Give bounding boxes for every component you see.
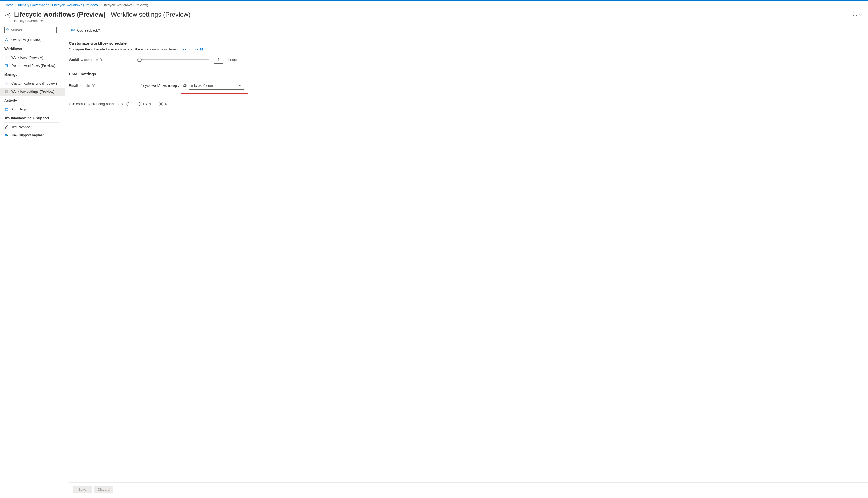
command-bar: Got feedback? bbox=[69, 26, 868, 35]
sidebar-item-label: Troubleshoot bbox=[11, 125, 31, 129]
breadcrumb-identity-governance[interactable]: Identity Governance | Lifecycle workflow… bbox=[18, 3, 98, 7]
schedule-unit: hours bbox=[228, 58, 237, 62]
sidebar-item-label: Custom extensions (Preview) bbox=[11, 81, 57, 86]
svg-point-11 bbox=[71, 29, 72, 30]
slider-thumb[interactable] bbox=[137, 58, 141, 62]
sidebar-item-deleted-workflows[interactable]: Deleted workflows (Preview) bbox=[0, 62, 65, 70]
sidebar: Overview (Preview) Workflows Workflows (… bbox=[0, 26, 65, 497]
search-icon bbox=[6, 28, 10, 31]
branding-label: Use company branding banner logo i bbox=[69, 102, 139, 106]
sidebar-item-workflow-settings[interactable]: Workflow settings (Preview) bbox=[0, 88, 65, 96]
form-row-email-domain: Email domain i lifecycleworkflows-norepl… bbox=[69, 78, 864, 93]
sidebar-section-workflows: Workflows bbox=[0, 44, 65, 52]
radio-label: Yes bbox=[145, 102, 151, 106]
section-sub-schedule: Configure the schedule for execution of … bbox=[69, 47, 864, 51]
collapse-sidebar-button[interactable] bbox=[59, 27, 62, 32]
highlight-annotation: @ microsoft.com bbox=[181, 78, 248, 93]
page-title-main: Lifecycle workflows (Preview) bbox=[14, 11, 106, 18]
sidebar-item-custom-extensions[interactable]: Custom extensions (Preview) bbox=[0, 79, 65, 88]
page-header: Lifecycle workflows (Preview)Workflow se… bbox=[0, 9, 868, 26]
info-icon[interactable]: i bbox=[100, 58, 104, 62]
svg-point-1 bbox=[7, 29, 9, 30]
external-link-icon bbox=[200, 48, 203, 51]
main-content: Got feedback? Customize workflow schedul… bbox=[65, 26, 868, 497]
info-icon[interactable]: i bbox=[92, 84, 95, 87]
svg-rect-4 bbox=[5, 82, 6, 83]
form-row-branding: Use company branding banner logo i Yes N… bbox=[69, 102, 864, 106]
feedback-button[interactable]: Got feedback? bbox=[69, 27, 101, 34]
breadcrumb: Home › Identity Governance | Lifecycle w… bbox=[0, 1, 868, 9]
sidebar-item-workflows[interactable]: Workflows (Preview) bbox=[0, 54, 65, 62]
email-domain-label: Email domain i bbox=[69, 83, 139, 88]
sidebar-item-label: Deleted workflows (Preview) bbox=[11, 64, 55, 68]
radio-circle bbox=[159, 102, 163, 106]
feedback-label: Got feedback? bbox=[77, 28, 100, 32]
save-button[interactable]: Save bbox=[73, 486, 92, 493]
nav-divider bbox=[4, 53, 60, 53]
log-icon bbox=[4, 107, 9, 112]
breadcrumb-lifecycle-workflows[interactable]: Lifecycle workflows (Preview) bbox=[102, 3, 148, 7]
radio-label: No bbox=[165, 102, 169, 106]
form-row-schedule: Workflow schedule i hours bbox=[69, 56, 864, 64]
sidebar-item-label: Overview (Preview) bbox=[11, 38, 42, 42]
feedback-icon bbox=[70, 28, 75, 32]
sidebar-item-label: Audit logs bbox=[11, 107, 27, 111]
search-input[interactable] bbox=[11, 27, 56, 33]
discard-button[interactable]: Discard bbox=[94, 486, 113, 493]
svg-point-10 bbox=[7, 135, 8, 136]
chevron-down-icon bbox=[239, 84, 242, 87]
learn-more-link[interactable]: Learn more bbox=[181, 47, 203, 51]
page-subtitle: Identity Governance bbox=[14, 19, 849, 23]
gear-icon bbox=[4, 90, 9, 94]
sidebar-item-audit-logs[interactable]: Audit logs bbox=[0, 105, 65, 114]
trash-icon bbox=[4, 64, 9, 68]
svg-point-0 bbox=[7, 15, 9, 16]
page-title: Lifecycle workflows (Preview)Workflow se… bbox=[14, 11, 849, 18]
schedule-hours-input[interactable] bbox=[214, 56, 223, 64]
email-prefix: lifecycleworkflows-noreply bbox=[139, 83, 179, 88]
radio-no[interactable]: No bbox=[159, 102, 169, 106]
gear-icon bbox=[4, 12, 11, 19]
schedule-label: Workflow schedule i bbox=[69, 58, 139, 62]
radio-circle bbox=[139, 102, 144, 106]
breadcrumb-sep: › bbox=[100, 3, 101, 7]
svg-point-9 bbox=[5, 134, 7, 135]
svg-rect-8 bbox=[5, 108, 8, 109]
sidebar-section-activity: Activity bbox=[0, 96, 65, 104]
extension-icon bbox=[4, 81, 9, 86]
overview-icon bbox=[4, 38, 9, 42]
breadcrumb-home[interactable]: Home bbox=[4, 3, 14, 7]
breadcrumb-sep: › bbox=[15, 3, 16, 7]
section-title-email: Email settings bbox=[69, 72, 864, 76]
page-title-sub: Workflow settings (Preview) bbox=[106, 11, 190, 18]
sidebar-item-label: New support request bbox=[11, 133, 44, 137]
at-symbol: @ bbox=[183, 83, 187, 88]
radio-yes[interactable]: Yes bbox=[139, 102, 151, 106]
sidebar-item-overview[interactable]: Overview (Preview) bbox=[0, 36, 65, 44]
dropdown-value: microsoft.com bbox=[191, 83, 213, 88]
content-separator bbox=[69, 37, 864, 37]
sidebar-search[interactable] bbox=[4, 27, 56, 33]
close-button[interactable] bbox=[857, 12, 864, 18]
support-icon bbox=[4, 133, 9, 137]
wrench-icon bbox=[4, 125, 9, 129]
sidebar-item-troubleshoot[interactable]: Troubleshoot bbox=[0, 123, 65, 131]
info-icon[interactable]: i bbox=[126, 102, 130, 106]
sidebar-section-manage: Manage bbox=[0, 70, 65, 78]
svg-point-6 bbox=[6, 91, 7, 92]
more-options-button[interactable]: ⋯ bbox=[853, 13, 857, 18]
footer-bar: Save Discard bbox=[69, 482, 868, 497]
nav-divider bbox=[4, 79, 60, 79]
workflow-icon bbox=[4, 55, 9, 60]
svg-rect-5 bbox=[7, 84, 8, 85]
sidebar-item-label: Workflows (Preview) bbox=[11, 55, 43, 60]
sidebar-section-troubleshooting: Troubleshooting + Support bbox=[0, 114, 65, 122]
schedule-slider[interactable] bbox=[139, 59, 209, 60]
sidebar-item-label: Workflow settings (Preview) bbox=[11, 90, 54, 93]
section-title-schedule: Customize workflow schedule bbox=[69, 41, 864, 45]
email-domain-dropdown[interactable]: microsoft.com bbox=[189, 82, 244, 90]
sidebar-item-new-support-request[interactable]: New support request bbox=[0, 131, 65, 139]
